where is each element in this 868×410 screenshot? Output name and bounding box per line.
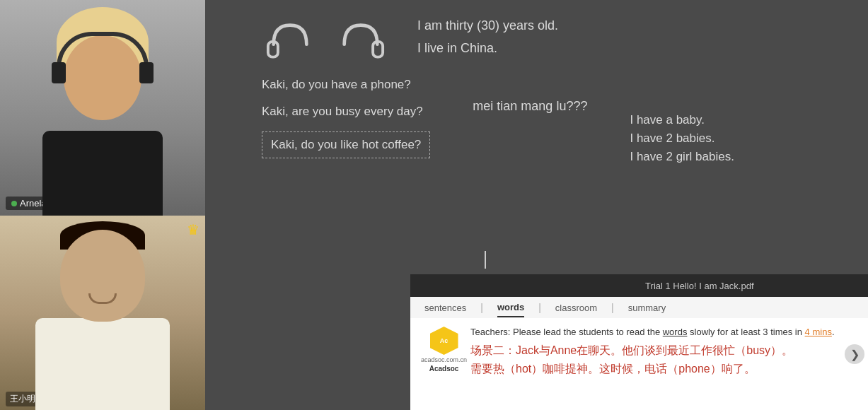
answer-2: I have 2 babies. [630, 131, 734, 146]
mic-indicator [11, 201, 17, 206]
pdf-title: Trial 1 Hello! I am Jack.pdf [419, 281, 868, 291]
nav-sep-3: | [611, 302, 614, 313]
questions-section: Kaki, do you have a phone? Kaki, are you… [219, 67, 854, 175]
question-3: Kaki, do you like hot coffee? [262, 131, 430, 158]
questions-left: Kaki, do you have a phone? Kaki, are you… [262, 78, 430, 158]
acadsoc-name: Acadsoc [429, 365, 459, 373]
main-content: I am thirty (30) years old. I live in Ch… [205, 0, 868, 410]
teacher-instruction: Teachers: Please lead the students to re… [470, 327, 868, 337]
answer-1: I have a baby. [630, 113, 734, 127]
headphone-left-icon [262, 14, 318, 64]
pdf-text-area: Teachers: Please lead the students to re… [470, 327, 868, 377]
chinese-answer-text: mei tian mang lu??? [473, 99, 587, 114]
nav-sep-2: | [538, 302, 541, 313]
instruction-time-highlight: 4 mins [805, 327, 832, 337]
acadsoc-subtext: acadsoc.com.cn [421, 356, 467, 363]
crown-icon: ♛ [187, 221, 199, 238]
headphone-icons [262, 14, 389, 64]
english-answers: I have a baby. I have 2 babies. I have 2… [630, 113, 734, 164]
question-1: Kaki, do you have a phone? [262, 78, 430, 92]
answer-3: I have 2 girl babies. [630, 150, 734, 164]
video-container: Arnela ♛ 王小明 [0, 0, 205, 410]
chinese-line-1: 场景二：Jack与Anne在聊天。他们谈到最近工作很忙（busy）。 [470, 341, 868, 360]
acadsoc-logo: Ac acadsoc.com.cn Acadsoc [421, 327, 467, 373]
nav-sep-1: | [480, 302, 483, 313]
scroll-right-button[interactable]: ❯ [845, 344, 864, 364]
presentation-area: I am thirty (30) years old. I live in Ch… [205, 0, 868, 297]
chinese-line-2: 需要热（hot）咖啡提神。这时候，电话（phone）响了。 [470, 360, 868, 378]
pdf-content-area: Ac acadsoc.com.cn Acadsoc Teachers: Plea… [410, 318, 868, 410]
intro-line-1: I am thirty (30) years old. [417, 14, 558, 37]
tab-classroom[interactable]: classroom [555, 299, 597, 317]
top-video-bg [0, 0, 205, 216]
text-cursor [485, 251, 486, 269]
intro-text: I am thirty (30) years old. I live in Ch… [417, 14, 558, 60]
acadsoc-hexagon-icon: Ac [430, 327, 458, 355]
instruction-word-underline: words [663, 327, 688, 337]
bottom-video-bg [0, 216, 205, 410]
intro-line-2: I live in China. [417, 37, 558, 59]
video-panel-bottom: ♛ 王小明 [0, 216, 205, 410]
video-panel-top: Arnela [0, 0, 205, 216]
tab-summary[interactable]: summary [628, 299, 666, 317]
tab-words[interactable]: words [497, 298, 524, 317]
question-2: Kaki, are you busy every day? [262, 105, 430, 119]
pdf-title-bar: Trial 1 Hello! I am Jack.pdf − □ × [410, 274, 868, 297]
pdf-nav-tabs: sentences | words | classroom | summary [410, 297, 868, 318]
bottom-video-name-label: 王小明 [6, 392, 40, 406]
headphone-right-icon [332, 14, 389, 64]
acadsoc-logo-text: Ac [440, 337, 449, 344]
tab-sentences[interactable]: sentences [424, 299, 466, 317]
bottom-video-name: 王小明 [10, 394, 35, 404]
top-section: I am thirty (30) years old. I live in Ch… [219, 7, 854, 67]
